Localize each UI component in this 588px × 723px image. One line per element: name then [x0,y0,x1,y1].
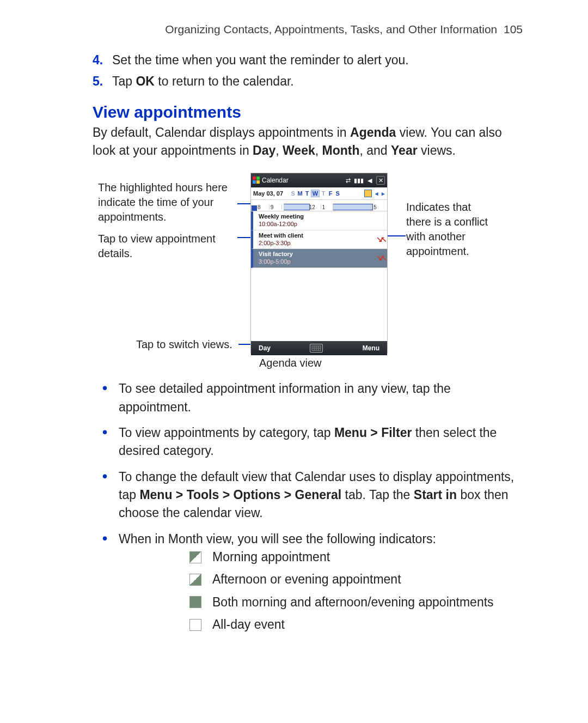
callout-hours: The highlighted hours here indicate the … [98,180,237,224]
chapter-title: Organizing Contacts, Appointments, Tasks… [165,23,497,35]
step-number: 4. [93,51,103,69]
indicator-label: Both morning and afternoon/evening appoi… [212,593,494,611]
tip-item: When in Month view, you will see the fol… [93,530,523,634]
indicator-label: Afternoon or evening appointment [212,570,401,588]
indicator-row: Morning appointment [189,548,523,566]
morning-indicator-icon [189,551,201,563]
svg-rect-2 [253,180,256,184]
both-indicator-icon [189,596,201,608]
appointment-time: 10:00a-12:00p [259,221,383,228]
step-number: 5. [93,72,103,90]
indicator-label: All-day event [212,616,285,634]
appointment-time: 2:00p-3:30p [259,240,383,247]
running-header: Organizing Contacts, Appointments, Tasks… [93,23,523,36]
keyboard-icon[interactable] [310,344,323,353]
tip-item: To change the default view that Calendar… [93,468,523,522]
step-text: Set the time when you want the reminder … [112,53,409,67]
appointment-item-selected[interactable]: Visit factory 3:00p-5:00p ↘↖ [251,249,387,268]
step-5: 5. Tap OK to return to the calendar. [93,72,523,90]
appointment-time: 3:00p-5:00p [259,258,383,266]
leader-line [237,237,252,238]
tip-item: To see detailed appointment information … [93,380,523,416]
indicator-label: Morning appointment [212,548,330,566]
callout-details: Tap to view appointment details. [98,232,237,261]
callout-switch-views: Tap to switch views. [136,337,232,352]
leader-line [237,203,252,204]
busy-indicator-band [251,205,257,211]
step-text-bold: OK [136,74,155,88]
leader-line [387,235,406,236]
step-4: 4. Set the time when you want the remind… [93,51,523,69]
afternoon-indicator-icon [189,574,201,586]
appointment-title: Meet with client [259,232,383,240]
appointment-title: Weekly meeting [259,213,383,221]
indicator-legend: Morning appointment Afternoon or evening… [189,548,523,634]
prev-arrow-icon[interactable]: ◂ [375,190,378,197]
current-date[interactable]: May 03, 07 [253,190,283,197]
softkey-right[interactable]: Menu [363,344,379,352]
soft-key-bar: Day Menu [251,341,387,355]
appointment-title: Visit factory [259,251,383,258]
step-text-pre: Tap [112,74,136,88]
connectivity-icon[interactable]: ⇄ [344,176,352,185]
next-arrow-icon[interactable]: ▸ [382,190,385,197]
annotated-figure: The highlighted hours here indicate the … [98,173,523,380]
intro-paragraph: By default, Calendar displays appointmen… [93,124,523,160]
step-text-post: to return to the calendar. [155,74,294,88]
conflict-icon: ↘↖ [376,235,385,245]
page-number: 105 [504,23,523,35]
figure-caption: Agenda view [259,357,322,369]
svg-rect-0 [253,177,256,180]
svg-rect-3 [256,180,260,184]
volume-icon[interactable]: ◀ [365,176,374,185]
tips-list: To see detailed appointment information … [93,380,523,634]
week-letters[interactable]: S M T W T F S [290,190,341,197]
hour-ruler: 8 9 10 11 12 1 2 3 4 5 [251,200,387,211]
agenda-list: Weekly meeting 10:00a-12:00p Meet with c… [251,211,387,341]
date-bar: May 03, 07 S M T W T F S ◂ ▸ [251,187,387,200]
appointment-item[interactable]: Weekly meeting 10:00a-12:00p [251,211,387,230]
section-heading: View appointments [93,103,523,121]
tip-item: To view appointments by category, tap Me… [93,424,523,460]
appointment-item[interactable]: Meet with client 2:00p-3:30p ↘↖ [251,230,387,250]
svg-rect-1 [256,177,260,180]
indicator-row: Both morning and afternoon/evening appoi… [189,593,523,611]
title-bar: Calendar ⇄ ▮▮▮ ◀ ✕ [251,173,387,187]
signal-icon[interactable]: ▮▮▮ [354,176,363,185]
close-icon[interactable]: ✕ [376,176,385,185]
allday-indicator-icon [189,619,201,631]
busy-block [284,204,310,210]
start-icon[interactable] [251,173,262,187]
busy-block [333,204,373,210]
app-title: Calendar [262,177,289,184]
callout-conflict: Indicates that there is a conflict with … [406,200,493,259]
indicator-row: All-day event [189,616,523,634]
device-screenshot: Calendar ⇄ ▮▮▮ ◀ ✕ May 03, 07 S M T W T … [250,173,388,354]
conflict-icon: ↘↖ [376,253,385,263]
indicator-row: Afternoon or evening appointment [189,570,523,588]
today-icon[interactable] [364,190,372,197]
softkey-left[interactable]: Day [259,344,271,352]
